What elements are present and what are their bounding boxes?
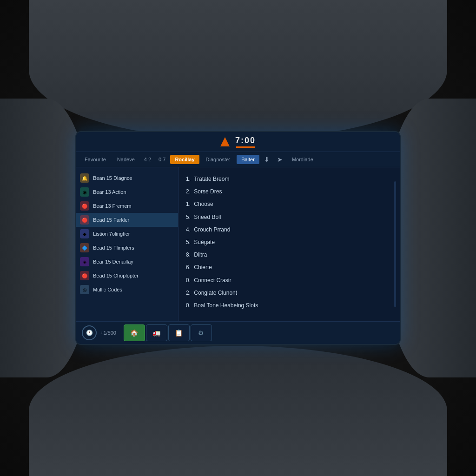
- content-number-6: 8.: [186, 251, 191, 258]
- list-text-1: Bear 13 Action: [93, 189, 126, 195]
- content-number-7: 6.: [186, 264, 191, 271]
- warning-icon: [220, 137, 230, 146]
- list-item-5[interactable]: 🔷 Bead 15 Flimplers: [76, 241, 178, 255]
- clock-button[interactable]: 🕐: [82, 325, 97, 340]
- list-icon-1: ◉: [80, 187, 89, 197]
- content-number-3: 5.: [186, 214, 191, 220]
- content-item-2[interactable]: 1. Choose: [186, 198, 392, 211]
- nav-item-diagnoste[interactable]: Diagnoste:: [201, 155, 235, 164]
- list-text-6: Bear 15 Denaillay: [93, 259, 133, 264]
- list-item-1[interactable]: ◉ Bear 13 Action: [76, 185, 178, 199]
- content-number-8: 0.: [186, 277, 191, 284]
- list-item-7[interactable]: 🔴 Bead 15 Choplopter: [76, 269, 178, 283]
- list-icon-5: 🔷: [80, 243, 89, 252]
- steering-arc-top: [29, 0, 447, 139]
- left-panel: 🔔 Bean 15 Diagnce ◉ Bear 13 Action 🔴 Bea…: [76, 167, 178, 321]
- content-text-5: Suégate: [194, 239, 215, 245]
- list-item-4[interactable]: ◆ Listion 7olingfier: [76, 227, 178, 241]
- steering-arc-bottom: [29, 346, 447, 476]
- content-text-6: Diitra: [194, 251, 207, 258]
- nav-item-mordiade[interactable]: Mordiade: [287, 155, 318, 164]
- content-number-10: 0.: [186, 302, 191, 309]
- content-text-9: Conglate Clunont: [194, 290, 237, 296]
- download-icon[interactable]: ⬇: [261, 154, 272, 165]
- dashboard-background: 7:00 Favourite Nadeve 4 2 0 7 Rocillay D…: [0, 0, 476, 476]
- action-buttons: 🏠 🚛 📋 ⚙: [124, 324, 212, 341]
- truck-icon: 🚛: [152, 329, 160, 337]
- list-icon-4: ◆: [80, 229, 89, 238]
- truck-button[interactable]: 🚛: [146, 324, 167, 341]
- content-item-4[interactable]: 4. Crouch Prrand: [186, 224, 392, 236]
- content-item-1[interactable]: 2. Sorse Dres: [186, 185, 392, 198]
- list-text-7: Bead 15 Choplopter: [93, 273, 139, 278]
- nav-item-favourite[interactable]: Favourite: [80, 155, 111, 164]
- nav-number-42: 4 2: [141, 155, 154, 164]
- content-number-2: 1.: [186, 201, 191, 207]
- list-item-2[interactable]: 🔴 Bear 13 Fremem: [76, 199, 178, 213]
- content-number-5: 5.: [186, 239, 191, 245]
- content-text-2: Choose: [194, 201, 213, 207]
- list-text-4: Listion 7olingfier: [93, 231, 130, 237]
- content-number-4: 4.: [186, 226, 191, 233]
- settings-icon: ⚙: [198, 329, 204, 337]
- list-icon-8: ◎: [80, 285, 89, 294]
- nav-item-nadeve[interactable]: Nadeve: [112, 155, 139, 164]
- content-text-0: Tratate Breom: [194, 176, 229, 182]
- infotainment-screen: 7:00 Favourite Nadeve 4 2 0 7 Rocillay D…: [75, 131, 401, 345]
- time-display: 7:00: [235, 136, 256, 145]
- content-item-5[interactable]: 5. Suégate: [186, 236, 392, 249]
- content-number-1: 2.: [186, 188, 191, 195]
- content-number-0: 1.: [186, 176, 191, 182]
- bottom-bar: 🕐 +1/500 🏠 🚛 📋 ⚙: [76, 321, 400, 344]
- content-text-10: Boal Tone Heabeing Slots: [194, 302, 258, 309]
- nav-item-rocillay[interactable]: Rocillay: [170, 155, 199, 164]
- list-item-8[interactable]: ◎ Mullic Codes: [76, 283, 178, 297]
- list-text-3: Bead 15 Farkler: [93, 217, 129, 223]
- content-text-7: Chierte: [194, 264, 212, 271]
- list-icon-2: 🔴: [80, 201, 89, 211]
- content-number-9: 2.: [186, 290, 191, 296]
- content-item-7[interactable]: 6. Chierte: [186, 261, 392, 274]
- list-text-0: Bean 15 Diagnce: [93, 175, 132, 181]
- status-bar: 7:00: [76, 132, 400, 152]
- nav-item-balter[interactable]: Balter: [237, 155, 259, 164]
- list-button[interactable]: 📋: [168, 324, 190, 341]
- list-item-0[interactable]: 🔔 Bean 15 Diagnce: [76, 171, 178, 185]
- content-item-3[interactable]: 5. Sneed Boll: [186, 211, 392, 224]
- content-item-6[interactable]: 8. Diitra: [186, 249, 392, 261]
- list-icon-6: ◈: [80, 257, 89, 266]
- settings-button[interactable]: ⚙: [191, 324, 212, 341]
- content-text-8: Connect Crasir: [194, 277, 231, 284]
- content-item-8[interactable]: 0. Connect Crasir: [186, 274, 392, 287]
- list-icon-3: 🔴: [80, 215, 89, 225]
- right-panel: 1. Tratate Breom 2. Sorse Dres 1. Choose…: [178, 167, 400, 321]
- counter-display: +1/500: [100, 330, 116, 336]
- content-text-4: Crouch Prrand: [194, 226, 230, 233]
- content-text-1: Sorse Dres: [194, 188, 222, 195]
- content-item-0[interactable]: 1. Tratate Breom: [186, 173, 392, 185]
- list-icon: 📋: [175, 329, 183, 337]
- list-text-8: Mullic Codes: [93, 287, 122, 292]
- list-icon-0: 🔔: [80, 173, 89, 183]
- clock-icon: 🕐: [86, 330, 93, 336]
- list-item-6[interactable]: ◈ Bear 15 Denaillay: [76, 255, 178, 269]
- home-icon: 🏠: [130, 329, 138, 337]
- list-text-5: Bead 15 Flimplers: [93, 245, 134, 251]
- nav-number-07: 0 7: [156, 155, 168, 164]
- main-content: 🔔 Bean 15 Diagnce ◉ Bear 13 Action 🔴 Bea…: [76, 167, 400, 321]
- list-item-3[interactable]: 🔴 Bead 15 Farkler: [76, 213, 178, 227]
- home-button[interactable]: 🏠: [124, 324, 145, 341]
- nav-bar: Favourite Nadeve 4 2 0 7 Rocillay Diagno…: [76, 152, 400, 167]
- content-item-9[interactable]: 2. Conglate Clunont: [186, 287, 392, 299]
- time-underline: [236, 146, 255, 148]
- content-item-10[interactable]: 0. Boal Tone Heabeing Slots: [186, 299, 392, 312]
- arrow-icon[interactable]: ➤: [274, 154, 285, 165]
- list-text-2: Bear 13 Fremem: [93, 203, 132, 209]
- list-icon-7: 🔴: [80, 271, 89, 280]
- content-text-3: Sneed Boll: [194, 214, 221, 220]
